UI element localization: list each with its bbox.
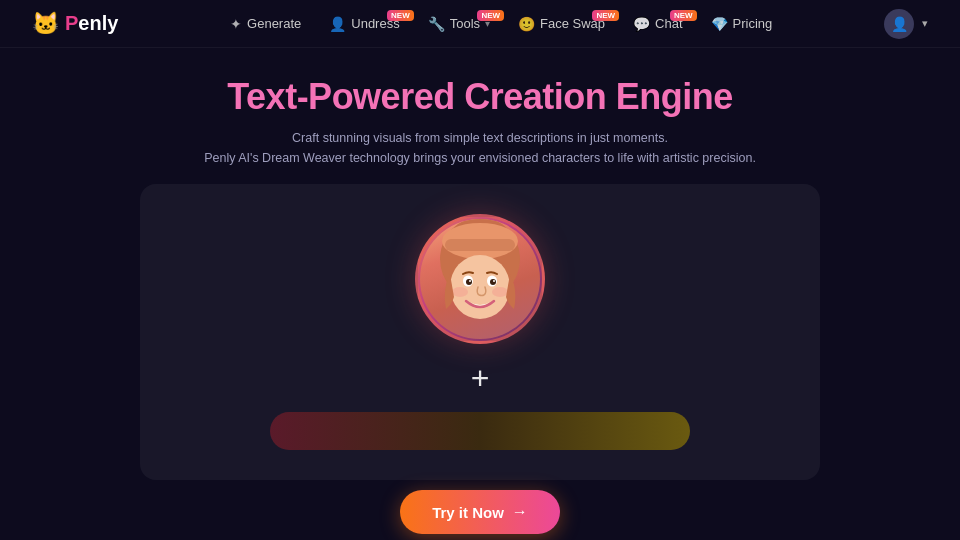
nav-right: 👤 ▾: [884, 9, 928, 39]
faceswap-icon: 🙂: [518, 16, 535, 32]
nav-item-generate[interactable]: ✦ Generate: [230, 16, 301, 32]
cta-section: Try it Now →: [0, 490, 960, 534]
generate-icon: ✦: [230, 16, 242, 32]
undress-badge: NEW: [387, 10, 414, 21]
nav-item-undress[interactable]: 👤 Undress NEW: [329, 16, 399, 32]
tools-badge: NEW: [477, 10, 504, 21]
nav-item-faceswap[interactable]: 🙂 Face Swap NEW: [518, 16, 605, 32]
svg-point-9: [493, 280, 495, 282]
pricing-icon: 💎: [711, 16, 728, 32]
plus-icon[interactable]: +: [471, 362, 490, 394]
faceswap-badge: NEW: [592, 10, 619, 21]
text-input-bar[interactable]: [270, 412, 690, 450]
user-chevron-icon[interactable]: ▾: [922, 17, 928, 30]
cta-label: Try it Now: [432, 504, 504, 521]
nav-label-tools: Tools: [450, 16, 480, 31]
undress-icon: 👤: [329, 16, 346, 32]
avatar-preview: [415, 214, 545, 344]
avatar-face: [420, 219, 540, 339]
arrow-icon: →: [512, 503, 528, 521]
hero-subtitle-line2: Penly AI's Dream Weaver technology bring…: [20, 148, 940, 168]
user-avatar-button[interactable]: 👤: [884, 9, 914, 39]
svg-point-10: [452, 287, 468, 297]
logo-icon: 🐱: [32, 11, 59, 37]
tools-icon: 🔧: [428, 16, 445, 32]
svg-point-6: [466, 279, 472, 285]
try-it-now-button[interactable]: Try it Now →: [400, 490, 560, 534]
hero-section: Text-Powered Creation Engine Craft stunn…: [0, 48, 960, 184]
svg-rect-2: [445, 239, 515, 251]
svg-point-7: [490, 279, 496, 285]
svg-point-3: [450, 255, 510, 319]
nav-links: ✦ Generate 👤 Undress NEW 🔧 Tools NEW ▾ 🙂…: [230, 16, 772, 32]
svg-point-11: [492, 287, 508, 297]
hero-subtitle-line1: Craft stunning visuals from simple text …: [20, 128, 940, 148]
nav-label-pricing: Pricing: [733, 16, 773, 31]
face-svg: [420, 219, 540, 339]
nav-item-tools[interactable]: 🔧 Tools NEW ▾: [428, 16, 490, 32]
tools-chevron-icon: ▾: [485, 18, 490, 29]
chat-icon: 💬: [633, 16, 650, 32]
svg-point-8: [469, 280, 471, 282]
brand-name: Penly: [65, 12, 118, 35]
nav-item-chat[interactable]: 💬 Chat NEW: [633, 16, 682, 32]
chat-badge: NEW: [670, 10, 697, 21]
hero-title: Text-Powered Creation Engine: [20, 76, 940, 118]
logo[interactable]: 🐱 Penly: [32, 11, 118, 37]
nav-item-pricing[interactable]: 💎 Pricing: [711, 16, 773, 32]
nav-label-generate: Generate: [247, 16, 301, 31]
navbar: 🐱 Penly ✦ Generate 👤 Undress NEW 🔧 Tools…: [0, 0, 960, 48]
main-card: +: [140, 184, 820, 480]
user-icon: 👤: [891, 16, 908, 32]
